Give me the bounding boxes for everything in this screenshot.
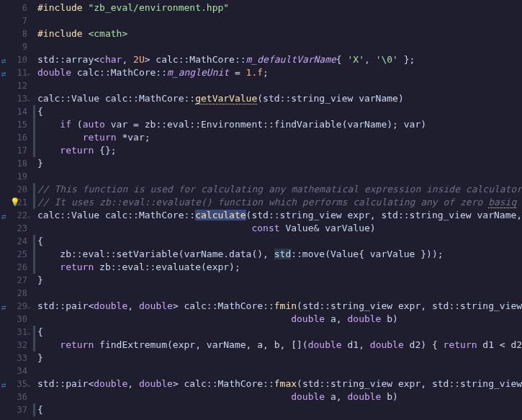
line-number: 23 bbox=[0, 222, 35, 235]
fold-guide bbox=[33, 326, 35, 339]
fold-icon[interactable]: ⌄ bbox=[24, 326, 33, 339]
line-number: 18 bbox=[0, 157, 35, 170]
line-number: 37 bbox=[0, 403, 35, 416]
code-line[interactable]: // It uses zb::eval::evaluate() function… bbox=[35, 196, 522, 209]
line-number: 12 bbox=[0, 79, 35, 92]
code-line[interactable]: calc::Value calc::MathCore::calculate(st… bbox=[35, 209, 522, 222]
fold-guide bbox=[33, 235, 35, 248]
code-line[interactable]: calc::Value calc::MathCore::getVarValue(… bbox=[35, 92, 522, 105]
fold-guide bbox=[33, 248, 35, 261]
fold-guide bbox=[33, 183, 35, 196]
code-line[interactable] bbox=[35, 287, 522, 300]
code-line[interactable]: double a, double b) bbox=[35, 313, 522, 326]
line-number: 34 bbox=[0, 365, 35, 377]
line-number: 36 bbox=[0, 390, 35, 403]
fold-icon[interactable]: ⌄ bbox=[24, 92, 33, 105]
line-number: 10⇄ bbox=[0, 53, 35, 66]
line-number: 15 bbox=[0, 118, 35, 131]
fold-guide bbox=[33, 196, 35, 209]
code-line[interactable] bbox=[35, 79, 522, 92]
line-number: 30 bbox=[0, 313, 35, 326]
code-editor[interactable]: 678910⇄11⇄1213141516171819202122⇄2324252… bbox=[0, 0, 522, 420]
fold-icon[interactable]: ⌄ bbox=[24, 377, 33, 390]
code-line[interactable]: return findExtremum(expr, varName, a, b,… bbox=[35, 339, 522, 352]
line-number: 9 bbox=[0, 40, 35, 53]
line-number: 26 bbox=[0, 261, 35, 274]
line-number: 7 bbox=[0, 14, 35, 27]
line-number: 33 bbox=[0, 352, 35, 365]
code-line[interactable]: return zb::eval::evaluate(expr); bbox=[35, 261, 522, 274]
lightbulb-icon[interactable]: 💡 bbox=[10, 196, 20, 209]
code-line[interactable]: { bbox=[35, 105, 522, 118]
fold-guide bbox=[33, 261, 35, 274]
fold-guide bbox=[33, 144, 35, 157]
line-number: 20 bbox=[0, 183, 35, 196]
line-number: 19 bbox=[0, 170, 35, 183]
code-line[interactable]: return *var; bbox=[35, 131, 522, 144]
code-line[interactable] bbox=[35, 170, 522, 183]
code-line[interactable]: { bbox=[35, 235, 522, 248]
line-number: 24 bbox=[0, 235, 35, 248]
code-line[interactable]: zb::eval::setVariable(varName.data(), st… bbox=[35, 248, 522, 261]
line-number: 32 bbox=[0, 339, 35, 352]
fold-icon[interactable]: ⌄ bbox=[24, 66, 33, 79]
line-number: 25 bbox=[0, 248, 35, 261]
code-line[interactable]: {⌄ bbox=[35, 326, 522, 339]
line-number: 14 bbox=[0, 105, 35, 118]
line-number: 27 bbox=[0, 274, 35, 287]
line-number: 8 bbox=[0, 27, 35, 40]
line-number: 17 bbox=[0, 144, 35, 157]
code-line[interactable]: #include <cmath> bbox=[35, 27, 522, 40]
fold-icon[interactable]: ⌄ bbox=[24, 209, 33, 222]
code-line[interactable]: std::array<char, 2U> calc::MathCore::m_d… bbox=[35, 53, 522, 66]
fold-guide bbox=[33, 403, 35, 416]
code-line[interactable] bbox=[35, 40, 522, 53]
code-line[interactable]: return {}; bbox=[35, 144, 522, 157]
code-line[interactable] bbox=[35, 14, 522, 27]
fold-guide bbox=[33, 118, 35, 131]
line-number: 16 bbox=[0, 131, 35, 144]
line-number: 28 bbox=[0, 287, 35, 300]
code-line[interactable]: if (auto var = zb::eval::Environment::fi… bbox=[35, 118, 522, 131]
code-line[interactable]: const Value& varValue) bbox=[35, 222, 522, 235]
code-line[interactable]: { bbox=[35, 403, 522, 416]
code-line[interactable]: std::pair<double, double> calc::MathCore… bbox=[35, 300, 522, 313]
line-number: 6 bbox=[0, 1, 35, 14]
code-line[interactable]: double calc::MathCore::m_angleUnit = 1.f… bbox=[35, 66, 522, 79]
code-line[interactable]: #include "zb_eval/environment.hpp" bbox=[35, 1, 522, 14]
code-line[interactable]: // This function is used for calculating… bbox=[35, 183, 522, 196]
code-line[interactable]: } bbox=[35, 274, 522, 287]
code-line[interactable]: std::pair<double, double> calc::MathCore… bbox=[35, 377, 522, 390]
code-line[interactable] bbox=[35, 365, 522, 377]
fold-guide bbox=[33, 131, 35, 144]
fold-icon[interactable]: ⌄ bbox=[24, 300, 33, 313]
fold-guide bbox=[33, 339, 35, 352]
code-line[interactable]: double a, double b) bbox=[35, 390, 522, 403]
fold-guide bbox=[33, 105, 35, 118]
code-area[interactable]: #include "zb_eval/environment.hpp"#inclu… bbox=[35, 0, 522, 420]
code-line[interactable]: } bbox=[35, 157, 522, 170]
code-line[interactable]: } bbox=[35, 352, 522, 365]
